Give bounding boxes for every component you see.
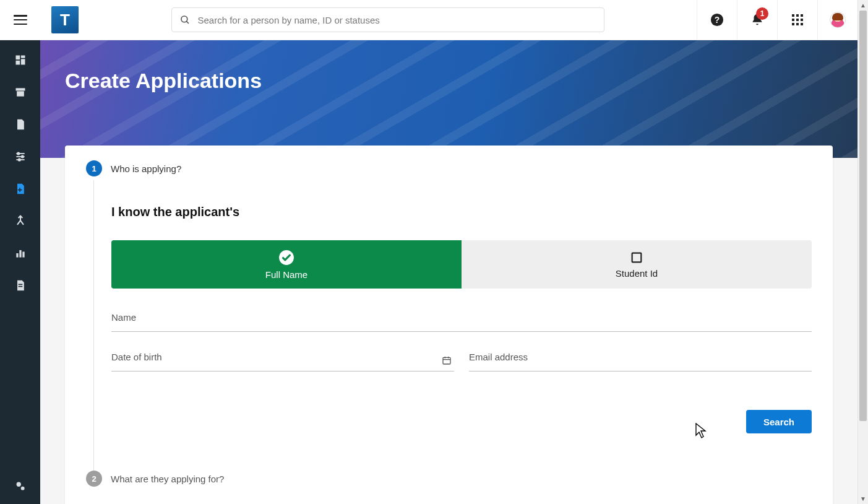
check-circle-icon (278, 250, 294, 266)
wizard-card: 1 Who is applying? I know the applicant'… (65, 146, 833, 504)
rail-dashboard[interactable] (9, 51, 32, 69)
window-scrollbar[interactable]: ▲ ▼ (857, 0, 868, 504)
apps-button[interactable] (777, 0, 817, 40)
svg-rect-26 (632, 253, 642, 262)
page-banner: Create Applications (40, 40, 857, 158)
checkbox-empty-icon (630, 251, 643, 264)
name-input[interactable] (111, 313, 812, 332)
rail-settings-sliders[interactable] (9, 148, 32, 165)
step-2-number: 2 (86, 471, 102, 487)
step-1-header: 1 Who is applying? (86, 160, 812, 176)
rail-document-alt[interactable] (9, 277, 32, 294)
svg-point-23 (16, 482, 20, 487)
email-input[interactable] (469, 353, 812, 371)
page-title: Create Applications (40, 40, 857, 93)
svg-point-14 (21, 155, 23, 157)
step-2-header: 2 What are they applying for? (86, 471, 812, 487)
toggle-full-name-label: Full Name (265, 269, 307, 280)
step-1-number: 1 (86, 160, 102, 176)
svg-rect-8 (15, 88, 25, 90)
sliders-icon (14, 150, 27, 163)
scroll-down-arrow[interactable]: ▼ (858, 493, 868, 504)
svg-rect-18 (16, 253, 18, 258)
scroll-up-arrow[interactable]: ▲ (858, 0, 868, 11)
rail-document[interactable] (9, 116, 32, 133)
left-rail (0, 40, 40, 504)
notifications-button[interactable]: 1 (737, 0, 777, 40)
svg-rect-4 (15, 56, 20, 60)
svg-rect-21 (18, 284, 22, 285)
svg-rect-6 (20, 59, 25, 64)
svg-point-15 (18, 159, 20, 160)
merge-icon (14, 215, 27, 227)
svg-rect-20 (22, 252, 24, 258)
app-logo[interactable]: T (51, 6, 79, 33)
rail-archive[interactable] (9, 84, 32, 101)
rail-create-application[interactable] (9, 180, 32, 198)
bar-chart-icon (14, 247, 27, 259)
calendar-icon[interactable] (442, 355, 452, 365)
dashboard-icon (14, 54, 27, 66)
scroll-thumb[interactable] (859, 11, 867, 421)
svg-rect-22 (18, 286, 22, 287)
name-field-wrapper: Name (111, 313, 812, 332)
search-button[interactable]: Search (746, 410, 812, 433)
step-1-label: Who is applying? (111, 163, 181, 174)
svg-rect-7 (15, 61, 20, 65)
global-search-input[interactable] (198, 15, 596, 25)
profile-button[interactable] (817, 0, 857, 40)
apps-grid-icon (792, 14, 803, 25)
help-icon: ? (710, 13, 724, 27)
svg-rect-9 (17, 91, 24, 96)
dob-field-wrapper: Date of birth (111, 353, 454, 371)
document-lines-icon (14, 279, 27, 292)
rail-settings[interactable] (0, 479, 40, 493)
svg-line-1 (186, 21, 189, 24)
svg-point-13 (17, 152, 19, 154)
dob-input[interactable] (111, 353, 454, 371)
avatar-icon (830, 12, 846, 28)
archive-icon (14, 86, 27, 98)
svg-rect-19 (19, 250, 21, 258)
toggle-full-name[interactable]: Full Name (111, 240, 462, 289)
search-icon (179, 14, 191, 25)
gears-icon (14, 479, 27, 493)
svg-rect-17 (17, 189, 22, 191)
svg-rect-5 (20, 56, 25, 58)
step-2-label: What are they applying for? (111, 474, 224, 484)
notification-badge: 1 (756, 7, 768, 20)
topbar: T ? 1 (0, 0, 857, 40)
rail-merge[interactable] (9, 212, 32, 230)
main-content: Create Applications 1 Who is applying? I… (40, 40, 857, 504)
rail-reports[interactable] (9, 245, 32, 262)
toggle-student-id[interactable]: Student Id (462, 240, 812, 289)
identify-by-toggle: Full Name Student Id (111, 240, 812, 289)
svg-rect-27 (443, 357, 450, 364)
section-heading: I know the applicant's (111, 205, 812, 219)
svg-point-0 (181, 16, 187, 22)
file-plus-icon (14, 183, 27, 195)
app-logo-letter: T (60, 11, 70, 30)
svg-point-24 (20, 487, 24, 490)
document-icon (14, 118, 27, 131)
global-search[interactable] (171, 7, 604, 32)
svg-text:?: ? (715, 15, 720, 25)
toggle-student-id-label: Student Id (616, 268, 658, 279)
help-button[interactable]: ? (697, 0, 737, 40)
menu-toggle[interactable] (14, 15, 27, 25)
email-field-wrapper: Email address (469, 353, 812, 371)
